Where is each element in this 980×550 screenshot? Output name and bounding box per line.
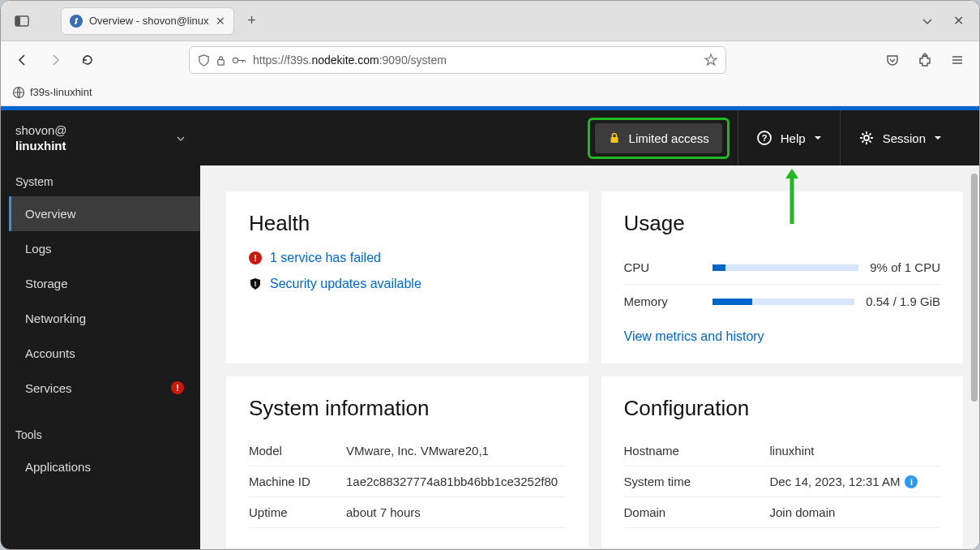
health-card: Health ! 1 service has failed ! Security… (226, 191, 588, 363)
sidebar-item-label: Networking (25, 312, 86, 325)
info-label: Domain (624, 505, 770, 519)
accent-stripe (1, 106, 979, 110)
main: Limited access ? Help (200, 106, 979, 549)
sidebar-item-label: Overview (25, 207, 76, 221)
info-value: Join domain (770, 505, 941, 519)
sidebar-item-label: Applications (25, 460, 91, 474)
usage-mem-label: Memory (624, 294, 701, 308)
usage-mem-bar (713, 299, 855, 305)
browser-window: Overview - shovon@linux ✕ + ✕ (0, 0, 980, 550)
close-tab-icon[interactable]: ✕ (216, 15, 225, 28)
key-icon (232, 54, 246, 67)
bookmark-item[interactable]: f39s-linuxhint (30, 86, 92, 98)
sidebar-item-applications[interactable]: Applications (9, 449, 200, 484)
info-label: System time (624, 475, 770, 488)
url-bar[interactable]: https://f39s.nodekite.com:9090/system (189, 46, 726, 74)
usage-title: Usage (624, 211, 941, 236)
nav-bar: https://f39s.nodekite.com:9090/system (1, 41, 979, 79)
menu-button[interactable] (945, 48, 969, 72)
info-row: Domain Join domain (624, 497, 941, 528)
health-security-link[interactable]: Security updates available (270, 277, 422, 291)
globe-icon (12, 86, 25, 99)
lock-icon (215, 54, 227, 67)
metrics-link[interactable]: View metrics and history (624, 329, 764, 344)
session-label: Session (883, 131, 926, 145)
topbar: Limited access ? Help (200, 110, 979, 165)
tab-title: Overview - shovon@linux (89, 15, 209, 27)
sidebar-item-storage[interactable]: Storage (9, 266, 200, 301)
sidebar-section-tools: Tools (1, 420, 200, 449)
info-row: Model VMware, Inc. VMware20,1 (249, 436, 566, 466)
info-value: VMware, Inc. VMware20,1 (346, 444, 566, 458)
info-value: linuxhint (770, 444, 941, 458)
info-row: System time Dec 14, 2023, 12:31 AM i (624, 466, 941, 497)
usage-row-memory: Memory 0.54 / 1.9 GiB (624, 285, 941, 318)
info-value: Dec 14, 2023, 12:31 AM i (770, 475, 941, 488)
svg-rect-1 (15, 16, 20, 26)
help-label: Help (781, 131, 806, 145)
sidebar-item-label: Storage (25, 277, 68, 290)
new-tab-button[interactable]: + (239, 8, 265, 34)
sidebar-host-selector[interactable]: shovon@ linuxhint (1, 110, 200, 167)
sidebar: shovon@ linuxhint System Overview Logs S… (1, 106, 200, 549)
svg-text:!: ! (254, 253, 257, 263)
config-title: Configuration (624, 396, 941, 421)
sidebar-item-accounts[interactable]: Accounts (9, 336, 200, 371)
sysinfo-title: System information (249, 396, 566, 421)
sidebar-item-overview[interactable]: Overview (9, 196, 200, 231)
info-row: Machine ID 1ae2c88327774a81bb46bb1ce3252… (249, 466, 566, 497)
limited-access-button[interactable]: Limited access (595, 123, 722, 153)
session-menu[interactable]: Session (841, 110, 960, 165)
tabs-dropdown-button[interactable] (914, 8, 940, 34)
usage-row-cpu: CPU 9% of 1 CPU (624, 251, 941, 285)
info-icon[interactable]: i (905, 475, 918, 488)
sidebar-item-label: Services (25, 381, 72, 395)
help-icon: ? (756, 130, 772, 146)
usage-card: Usage CPU 9% of 1 CPU Memory 0.54 / 1 (601, 191, 964, 363)
browser-tab-active[interactable]: Overview - shovon@linux ✕ (61, 7, 234, 35)
window-close-button[interactable]: ✕ (945, 8, 971, 34)
url-text: https://f39s.nodekite.com:9090/system (253, 54, 698, 67)
svg-text:?: ? (761, 133, 767, 143)
svg-text:!: ! (255, 280, 257, 288)
security-shield-icon: ! (249, 277, 262, 290)
back-button[interactable] (11, 48, 35, 72)
favicon-fedora-icon (70, 15, 83, 28)
reload-button[interactable] (75, 48, 100, 72)
svg-rect-3 (218, 59, 225, 65)
annotation-highlight-box: Limited access (588, 118, 730, 159)
shield-icon (198, 54, 210, 67)
app-area: shovon@ linuxhint System Overview Logs S… (1, 106, 979, 549)
info-label: Machine ID (249, 475, 346, 488)
alert-badge-icon: ! (171, 381, 184, 394)
bookmark-star-icon[interactable] (704, 54, 717, 67)
health-failed-link[interactable]: 1 service has failed (270, 251, 381, 265)
tab-strip: Overview - shovon@linux ✕ + ✕ (1, 1, 979, 41)
caret-down-icon (814, 134, 822, 142)
help-menu[interactable]: ? Help (738, 110, 840, 165)
sidebar-toggle-button[interactable] (9, 8, 35, 34)
info-value: about 7 hours (346, 505, 566, 519)
scrollbar[interactable] (971, 174, 978, 519)
chevron-down-icon (176, 134, 186, 144)
sidebar-user-line1: shovon@ (15, 123, 67, 139)
svg-rect-7 (610, 137, 618, 143)
sidebar-item-logs[interactable]: Logs (9, 231, 200, 266)
lock-icon (608, 131, 621, 144)
sidebar-user-line2: linuxhint (15, 139, 67, 154)
usage-mem-value: 0.54 / 1.9 GiB (866, 294, 940, 308)
sidebar-item-services[interactable]: Services ! (9, 371, 200, 406)
extensions-button[interactable] (913, 48, 937, 72)
sidebar-item-networking[interactable]: Networking (9, 301, 200, 336)
sidebar-item-label: Logs (25, 242, 52, 256)
health-title: Health (249, 211, 566, 236)
pocket-button[interactable] (880, 48, 905, 72)
info-label: Uptime (249, 505, 346, 519)
info-label: Hostname (624, 444, 770, 458)
sysinfo-card: System information Model VMware, Inc. VM… (226, 376, 588, 548)
forward-button[interactable] (43, 48, 67, 72)
usage-cpu-bar (713, 264, 859, 271)
svg-point-4 (233, 58, 238, 62)
info-label: Model (249, 444, 346, 458)
svg-point-5 (923, 54, 927, 57)
